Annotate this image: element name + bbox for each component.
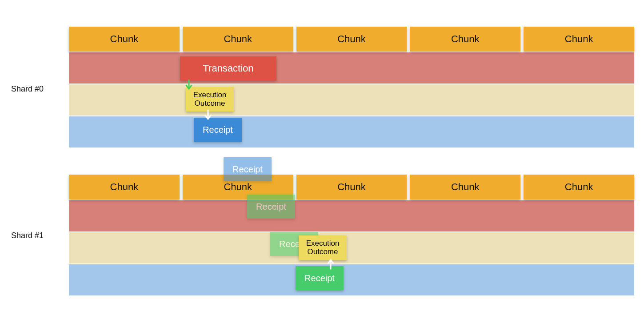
execution-outcome-box-0: Execution Outcome: [186, 87, 234, 112]
chunk-cell: Chunk: [296, 175, 407, 199]
arrow-down-white-icon: [204, 109, 212, 121]
execution-line2: Outcome: [195, 100, 225, 108]
shard-0-receipt-lane: [69, 116, 634, 148]
receipt-box-ghost-green-1: Receipt: [247, 195, 295, 219]
arrow-down-green-icon: [185, 79, 193, 91]
chunk-cell: Chunk: [69, 175, 180, 199]
chunk-cell: Chunk: [524, 175, 634, 199]
chunk-cell: Chunk: [69, 27, 180, 52]
execution-outcome-box-1: Execution Outcome: [299, 235, 347, 260]
execution-line1: Execution: [193, 91, 227, 100]
arrow-up-white-icon: [327, 258, 335, 270]
receipt-label: Receipt: [232, 164, 263, 174]
chunk-cell: Chunk: [410, 27, 520, 52]
chunk-cell: Chunk: [410, 175, 520, 199]
shard-1-outcome-lane: [69, 232, 634, 263]
diagram-stage: Shard #0 Chunk Chunk Chunk Chunk Chunk S…: [0, 0, 644, 311]
transaction-box: Transaction: [180, 56, 276, 80]
receipt-label: Receipt: [304, 273, 335, 283]
receipt-box-blue: Receipt: [194, 118, 242, 142]
shard-0-lanes: Chunk Chunk Chunk Chunk Chunk: [69, 27, 634, 148]
shard-1-transaction-lane: [69, 200, 634, 231]
chunk-cell: Chunk: [524, 27, 634, 52]
shard-0-transaction-lane: [69, 52, 634, 84]
execution-line2: Outcome: [308, 248, 338, 256]
receipt-label: Receipt: [256, 202, 286, 211]
chunk-cell: Chunk: [183, 27, 293, 52]
transaction-label: Transaction: [203, 63, 253, 74]
execution-line1: Execution: [306, 239, 340, 248]
shard-1-chunks: Chunk Chunk Chunk Chunk Chunk: [69, 175, 634, 199]
receipt-box-ghost-blue: Receipt: [224, 157, 272, 181]
shard-1-receipt-lane: [69, 264, 634, 295]
shard-1-lanes: Chunk Chunk Chunk Chunk Chunk: [69, 175, 634, 295]
shard-0-outcome-lane: [69, 84, 634, 116]
chunk-cell: Chunk: [296, 27, 407, 52]
receipt-box-green: Receipt: [296, 266, 344, 290]
receipt-label: Receipt: [203, 125, 233, 135]
shard-0-label: Shard #0: [11, 84, 44, 94]
shard-0-chunks: Chunk Chunk Chunk Chunk Chunk: [69, 27, 634, 52]
shard-1-label: Shard #1: [11, 231, 44, 240]
